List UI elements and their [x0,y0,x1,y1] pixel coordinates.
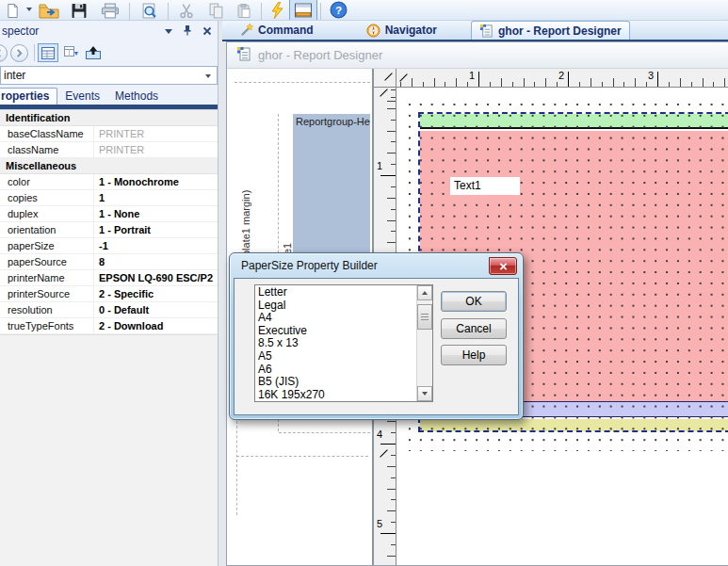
help-button[interactable]: ? [324,0,352,20]
property-row[interactable]: resolution 0 - Default [0,302,218,318]
new-document-button[interactable] [0,0,24,20]
object-selector-combobox[interactable]: inter [0,66,218,85]
cut-button[interactable] [171,0,202,20]
forward-button[interactable] [10,44,28,62]
copy-button[interactable] [202,0,230,20]
property-row[interactable]: className PRINTER [0,142,218,158]
list-item[interactable]: Legal [258,299,432,313]
tab-methods[interactable]: Methods [107,89,166,105]
print-preview-icon [141,3,157,19]
scrollbar-thumb[interactable] [417,304,432,330]
export-button[interactable] [83,43,104,62]
wand-icon [239,24,253,38]
tab-report-designer[interactable]: ghor - Report Designer [471,21,630,40]
add-property-button[interactable] [60,43,81,62]
category-header[interactable]: Miscellaneous [0,158,218,174]
lightning-icon [271,2,283,19]
property-row[interactable]: baseClassName PRINTER [0,126,218,142]
paper-size-listbox[interactable]: Letter Legal A4 Executive 8.5 x 13 A5 A6… [254,284,433,402]
property-value: 1 - None [94,206,218,221]
band-guide-line [236,456,368,457]
print-button[interactable] [94,0,126,20]
inspector-empty-area [0,334,218,566]
paste-button[interactable] [230,0,258,20]
new-document-icon [6,3,20,19]
scissors-icon [179,3,195,19]
property-label: printerSource [0,286,94,301]
list-item[interactable]: A4 [258,312,432,325]
property-label: copies [0,190,94,205]
list-item[interactable]: 16K 195x270 [258,389,432,402]
property-inspector-panel: spector inter roperties Events Methods [0,21,218,566]
list-item[interactable]: Letter [258,286,432,299]
triangle-down-icon [422,392,428,396]
help-button[interactable]: Help [441,345,507,365]
property-row[interactable]: color 1 - Monochrome [0,174,218,190]
property-row[interactable]: duplex 1 - None [0,206,218,222]
property-row[interactable]: paperSource 8 [0,254,218,270]
tab-events[interactable]: Events [57,89,107,105]
category-header[interactable]: Identification [0,110,218,126]
report-designer-titlebar[interactable]: ghor - Report Designer [227,42,728,69]
close-icon[interactable] [202,25,212,39]
property-row[interactable]: copies 1 [0,190,218,206]
property-row[interactable]: paperSize -1 [0,238,218,254]
property-value: -1 [94,238,218,253]
toolbar-separator [261,3,262,20]
property-row[interactable]: printerName EPSON LQ-690 ESC/P2 [0,270,218,286]
cancel-button[interactable]: Cancel [441,318,507,339]
tab-command[interactable]: Command [232,21,321,40]
property-row[interactable]: printerSource 2 - Specific [0,286,218,302]
list-item[interactable]: A6 [258,364,432,377]
application-window: ? Command Navigator ghor - Report Design… [0,0,728,566]
property-row[interactable]: trueTypeFonts 2 - Download [0,318,218,334]
back-button[interactable] [0,44,8,62]
panel-menu-icon[interactable] [165,29,172,34]
property-value: 2 - Download [94,318,218,333]
tab-properties[interactable]: roperties [0,88,57,105]
print-preview-button[interactable] [133,0,165,20]
tab-navigator-label: Navigator [385,24,437,37]
list-item[interactable]: B5 (JIS) [258,376,432,389]
run-button[interactable] [265,0,289,20]
vruler-label-5: 5 [377,518,382,529]
hruler-label-2: 2 [551,70,564,81]
property-value: 0 - Default [94,302,218,317]
ok-button[interactable]: OK [441,291,507,312]
listbox-scrollbar[interactable] [416,285,432,401]
properties-view-button[interactable] [38,43,58,62]
svg-text:?: ? [334,4,341,16]
property-value: 8 [94,254,218,269]
page-start-marker [384,73,392,80]
window-title: ghor - Report Designer [258,48,382,62]
pin-icon[interactable] [183,24,192,39]
dialog-title[interactable]: PaperSize Property Builder [241,259,378,272]
toolbar-separator [320,3,321,20]
save-button[interactable] [64,0,94,20]
property-label: trueTypeFonts [0,318,94,333]
open-button[interactable] [34,0,64,20]
list-item[interactable]: Executive [258,325,432,338]
inspector-titlebar[interactable]: spector [0,21,218,41]
page-guide-line [235,82,370,83]
toolbar-separator [129,3,130,20]
compass-icon [366,24,380,38]
main-toolbar: ? [0,0,728,21]
property-label: resolution [0,302,94,317]
paper-size-list: Letter Legal A4 Executive 8.5 x 13 A5 A6… [255,285,432,401]
property-label: paperSize [0,238,94,253]
chevron-down-icon [26,8,32,11]
property-row[interactable]: orientation 1 - Portrait [0,222,218,238]
toolbar-separator [168,3,169,20]
dialog-close-button[interactable] [489,257,517,275]
scroll-down-button[interactable] [417,386,432,401]
papersize-property-builder-dialog: PaperSize Property Builder Letter Legal … [229,252,524,420]
list-item[interactable]: A5 [258,350,432,364]
tab-navigator[interactable]: Navigator [359,21,445,40]
text1-control[interactable]: Text1 [450,177,520,195]
new-dropdown-caret[interactable] [24,0,34,20]
list-item[interactable]: 8.5 x 13 [258,337,432,350]
scroll-up-button[interactable] [417,285,432,300]
inspector-tabs: roperties Events Methods [0,88,218,105]
report-designer-button[interactable] [289,0,317,20]
